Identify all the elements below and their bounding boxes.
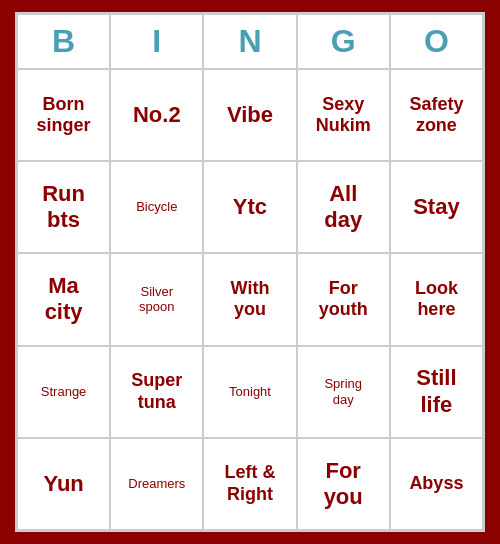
header-letter: B (17, 14, 110, 69)
grid-cell-0-3: SexyNukim (297, 69, 390, 161)
cell-label: No.2 (133, 102, 181, 128)
cell-label: Runbts (42, 181, 85, 234)
grid-cell-2-1: Silverspoon (110, 253, 203, 345)
grid-cell-2-4: Lookhere (390, 253, 483, 345)
cell-label: Dreamers (128, 476, 185, 492)
cell-label: Springday (324, 376, 362, 407)
bingo-grid: BornsingerNo.2VibeSexyNukimSafetyzoneRun… (17, 69, 483, 530)
grid-cell-0-1: No.2 (110, 69, 203, 161)
grid-cell-0-2: Vibe (203, 69, 296, 161)
grid-cell-4-2: Left &Right (203, 438, 296, 530)
bingo-card: BINGO BornsingerNo.2VibeSexyNukimSafetyz… (15, 12, 485, 532)
header-letter: N (203, 14, 296, 69)
cell-label: Withyou (231, 278, 270, 321)
cell-label: Bicycle (136, 199, 177, 215)
cell-label: Macity (45, 273, 83, 326)
grid-cell-2-0: Macity (17, 253, 110, 345)
bingo-header: BINGO (17, 14, 483, 69)
cell-label: Allday (324, 181, 362, 234)
cell-label: SexyNukim (316, 94, 371, 137)
cell-label: Foryou (324, 458, 363, 511)
cell-label: Yun (43, 471, 83, 497)
grid-cell-0-4: Safetyzone (390, 69, 483, 161)
grid-cell-0-0: Bornsinger (17, 69, 110, 161)
cell-label: Abyss (409, 473, 463, 495)
grid-cell-3-2: Tonight (203, 346, 296, 438)
grid-cell-1-3: Allday (297, 161, 390, 253)
cell-label: Lookhere (415, 278, 458, 321)
cell-label: Foryouth (319, 278, 368, 321)
cell-label: Stay (413, 194, 459, 220)
grid-cell-4-0: Yun (17, 438, 110, 530)
cell-label: Silverspoon (139, 284, 174, 315)
header-letter: I (110, 14, 203, 69)
grid-cell-4-1: Dreamers (110, 438, 203, 530)
header-letter: G (297, 14, 390, 69)
cell-label: Supertuna (131, 370, 182, 413)
grid-cell-1-0: Runbts (17, 161, 110, 253)
header-letter: O (390, 14, 483, 69)
cell-label: Bornsinger (37, 94, 91, 137)
grid-cell-4-4: Abyss (390, 438, 483, 530)
grid-cell-1-1: Bicycle (110, 161, 203, 253)
grid-cell-1-4: Stay (390, 161, 483, 253)
cell-label: Left &Right (224, 462, 275, 505)
cell-label: Strange (41, 384, 87, 400)
cell-label: Stilllife (416, 365, 456, 418)
grid-cell-4-3: Foryou (297, 438, 390, 530)
grid-cell-3-0: Strange (17, 346, 110, 438)
cell-label: Tonight (229, 384, 271, 400)
cell-label: Safetyzone (409, 94, 463, 137)
cell-label: Vibe (227, 102, 273, 128)
grid-cell-1-2: Ytc (203, 161, 296, 253)
grid-cell-3-1: Supertuna (110, 346, 203, 438)
cell-label: Ytc (233, 194, 267, 220)
grid-cell-2-2: Withyou (203, 253, 296, 345)
grid-cell-3-4: Stilllife (390, 346, 483, 438)
grid-cell-2-3: Foryouth (297, 253, 390, 345)
grid-cell-3-3: Springday (297, 346, 390, 438)
